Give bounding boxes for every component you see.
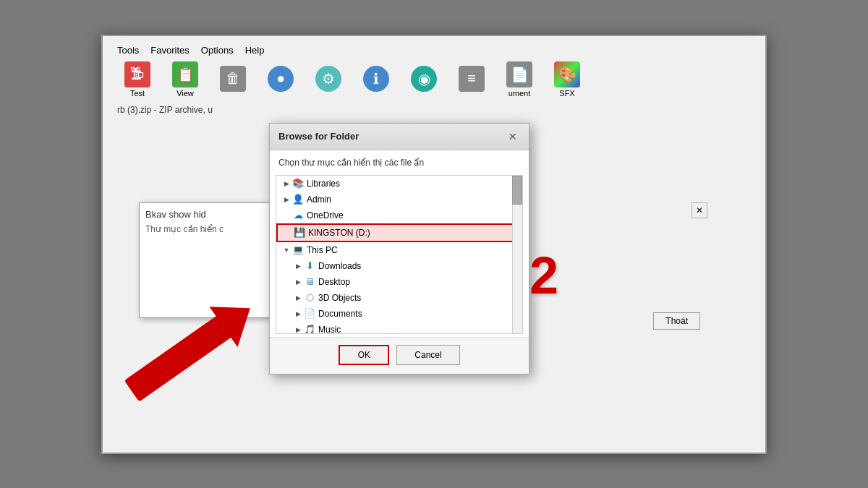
dialog-close-button[interactable]: ✕ (506, 129, 520, 144)
toolbar-list[interactable]: ≡ (451, 66, 492, 93)
document-icon: 📄 (506, 61, 532, 87)
chevron-libraries: ▶ (282, 179, 291, 188)
thispc-label: This PC (307, 245, 338, 255)
downloads-icon: ⬇ (304, 260, 315, 272)
libraries-icon: 📚 (292, 178, 304, 189)
ok-button[interactable]: OK (339, 345, 389, 365)
desktop-label: Desktop (318, 277, 350, 287)
downloads-label: Downloads (318, 261, 361, 271)
winrar-toolbar: 🗜 Test 📋 View 🗑 ● ⚙ ℹ (117, 61, 587, 98)
toolbar-delete[interactable]: 🗑 (213, 66, 253, 93)
toolbar-blue1[interactable]: ● (260, 66, 301, 93)
thoat-button[interactable]: Thoát (653, 312, 700, 330)
delete-icon: 🗑 (220, 66, 246, 92)
chevron-thispc: ▼ (282, 246, 291, 254)
svg-rect-1 (124, 314, 234, 401)
settings-icon: ⚙ (315, 66, 341, 92)
thispc-icon: 💻 (292, 244, 304, 256)
sfx-icon: 🎨 (554, 61, 580, 87)
tree-item-admin[interactable]: ▶ 👤 Admin (276, 192, 522, 207)
info-icon: ℹ (363, 66, 389, 92)
chevron-onedrive (282, 211, 291, 220)
view-icon: 📋 (172, 61, 198, 87)
chevron-admin: ▶ (282, 195, 291, 204)
blue1-icon: ● (268, 66, 294, 92)
chevron-kingston (284, 228, 292, 237)
toolbar-green2[interactable]: ◉ (404, 66, 444, 93)
tree-item-libraries[interactable]: ▶ 📚 Libraries (276, 176, 522, 192)
admin-icon: 👤 (292, 194, 304, 205)
winrar-menubar: Tools Favorites Options Help (117, 45, 264, 56)
admin-label: Admin (307, 194, 331, 205)
menu-options[interactable]: Options (201, 45, 234, 56)
toolbar-view[interactable]: 📋 View (165, 61, 205, 98)
dialog-subtitle: Chọn thư mục cần hiển thị các file ẩn (270, 150, 529, 172)
kingston-icon: 💾 (294, 227, 305, 239)
onedrive-label: OneDrive (307, 210, 344, 221)
menu-favorites[interactable]: Favorites (150, 45, 189, 56)
tree-item-kingston[interactable]: 💾 KINGSTON (D:) (276, 223, 522, 242)
dialog-title: Browse for Folder (278, 131, 359, 142)
toolbar-test[interactable]: 🗜 Test (117, 61, 158, 98)
libraries-label: Libraries (307, 179, 340, 189)
cancel-button[interactable]: Cancel (396, 345, 459, 365)
toolbar-sfx[interactable]: 🎨 SFX (547, 61, 587, 98)
red-arrow-annotation (124, 297, 327, 413)
toolbar-settings[interactable]: ⚙ (308, 66, 349, 93)
onedrive-icon: ☁ (292, 210, 304, 221)
toolbar-info[interactable]: ℹ (356, 66, 396, 93)
chevron-desktop: ▶ (294, 278, 302, 286)
dialog-titlebar: Browse for Folder ✕ (270, 124, 529, 150)
tree-item-downloads[interactable]: ▶ ⬇ Downloads (276, 258, 522, 274)
green2-icon: ◉ (411, 66, 437, 92)
tree-item-onedrive[interactable]: ☁ OneDrive (276, 207, 522, 223)
screenshot-container: Tools Favorites Options Help 🗜 Test 📋 Vi… (101, 35, 767, 454)
kingston-label: KINGSTON (D:) (308, 228, 370, 238)
chevron-downloads: ▶ (294, 262, 302, 270)
list-icon: ≡ (459, 66, 485, 92)
menu-tools[interactable]: Tools (117, 45, 139, 56)
scrollbar-track (512, 176, 522, 333)
tree-item-desktop[interactable]: ▶ 🖥 Desktop (276, 274, 522, 290)
menu-help[interactable]: Help (245, 45, 265, 56)
address-bar: rb (3).zip - ZIP archive, u (117, 105, 213, 115)
background-close-button[interactable]: ✕ (692, 202, 707, 218)
test-icon: 🗜 (124, 61, 150, 87)
toolbar-document[interactable]: 📄 ument (499, 61, 540, 98)
annotation-number-2: 2 (529, 246, 558, 305)
scrollbar-thumb[interactable] (512, 176, 522, 205)
desktop-icon: 🖥 (304, 276, 315, 288)
tree-item-thispc[interactable]: ▼ 💻 This PC (276, 242, 522, 258)
